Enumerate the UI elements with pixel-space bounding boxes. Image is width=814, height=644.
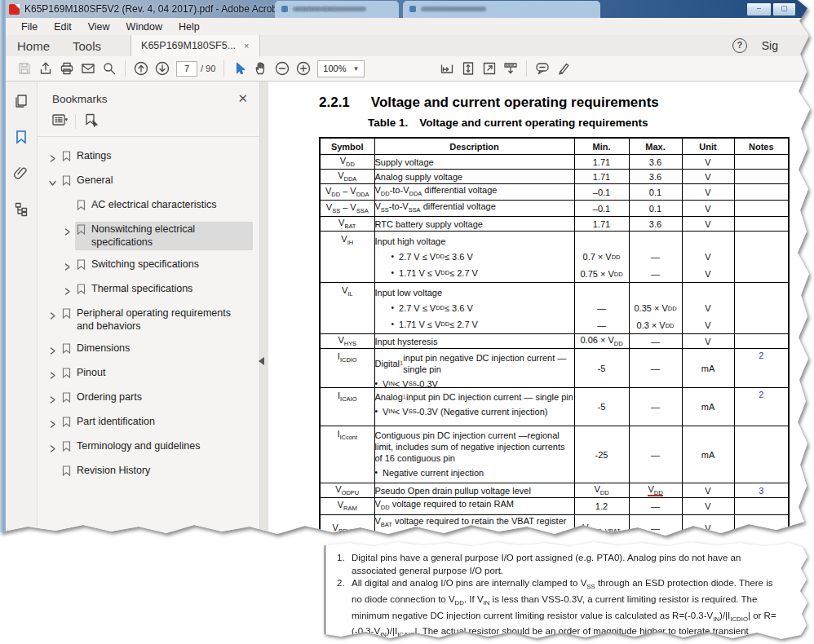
help-icon[interactable]: ? — [732, 38, 747, 53]
bookmark-item[interactable]: Part identification — [38, 411, 259, 435]
fit-width-button[interactable] — [436, 59, 458, 78]
bookmark-item[interactable]: Revision History — [38, 460, 259, 484]
bookmark-item[interactable]: Pinout — [38, 362, 259, 386]
chevron-right-icon[interactable] — [64, 222, 75, 239]
comment-tool-button[interactable] — [532, 59, 553, 78]
cell-unit: V — [682, 155, 734, 170]
hand-tool-button[interactable] — [250, 59, 272, 78]
chevron-right-icon[interactable] — [49, 365, 60, 382]
cell-min: VDD — [574, 483, 629, 498]
chevron-right-icon[interactable] — [49, 173, 60, 190]
page-thumbnails-icon[interactable] — [13, 93, 29, 112]
cell-description: Pseudo Open drain pullup voltage level — [374, 483, 574, 498]
full-screen-button[interactable] — [479, 59, 500, 78]
page-number-input[interactable]: 7 — [176, 61, 197, 77]
maximize-button[interactable]: ▢ — [772, 2, 796, 16]
cell-notes — [734, 334, 789, 349]
cell-description: VBAT voltage required to retain the VBAT… — [374, 514, 574, 543]
cell-notes — [734, 201, 789, 217]
red-underline-annotation: VDD — [648, 484, 662, 496]
share-button[interactable] — [35, 59, 56, 78]
bookmark-hl: Switching specifications — [75, 257, 203, 275]
footnote-link[interactable]: 3 — [759, 486, 763, 496]
menu-help[interactable]: Help — [171, 20, 207, 34]
attachments-icon[interactable] — [13, 165, 29, 184]
footnotes-block: 1.Digital pins have a general purpose I/… — [325, 540, 809, 643]
bookmark-item[interactable]: Thermal specifications — [38, 278, 259, 302]
sign-in-link[interactable]: Sig — [762, 39, 778, 52]
cell-min: -5 — [574, 388, 629, 426]
footnote-number: 1. — [337, 552, 352, 577]
chevron-right-icon[interactable] — [49, 414, 60, 431]
tab-tools[interactable]: Tools — [61, 39, 113, 53]
bookmark-hl: Ordering parts — [60, 390, 146, 408]
model-tree-icon[interactable] — [13, 201, 29, 220]
menu-view[interactable]: View — [81, 20, 117, 34]
cell-description: Contiguous pin DC injection current —reg… — [374, 426, 574, 483]
close-panel-icon[interactable]: ✕ — [237, 91, 248, 106]
bookmark-item[interactable]: Nonswitching electrical specifications — [38, 218, 259, 254]
table-header-row: SymbolDescriptionMin.Max.UnitNotes — [320, 138, 789, 155]
chevron-right-icon[interactable] — [64, 257, 75, 274]
cell-max: — — [629, 514, 682, 543]
footnote-link[interactable]: 2 — [759, 390, 763, 399]
chevron-right-icon[interactable] — [49, 439, 60, 456]
chevron-right-icon[interactable] — [49, 148, 60, 165]
column-header: Unit — [682, 138, 734, 155]
previous-page-button[interactable] — [131, 59, 152, 78]
chevron-right-icon[interactable] — [49, 306, 60, 323]
cell-min: -25 — [574, 426, 629, 483]
zoom-in-button[interactable] — [293, 59, 314, 78]
highlight-tool-button[interactable] — [553, 59, 574, 78]
bookmarks-icon[interactable] — [13, 129, 29, 148]
cell-description: Input low voltage•2.7 V ≤ VDD ≤ 3.6 V•1.… — [374, 283, 574, 334]
bookmark-item[interactable]: Switching specifications — [38, 254, 259, 278]
bookmark-item[interactable]: General — [38, 170, 259, 194]
menu-window[interactable]: Window — [119, 20, 170, 34]
collapse-panel-arrow[interactable] — [259, 357, 264, 365]
chevron-right-icon[interactable] — [49, 390, 60, 407]
bookmarks-panel: Bookmarks ✕ RatingsGeneralAC electrical … — [38, 82, 260, 540]
save-button[interactable] — [14, 59, 35, 78]
close-tab-icon[interactable]: × — [244, 41, 249, 51]
menu-edit[interactable]: Edit — [46, 20, 79, 34]
title-bar[interactable]: K65P169M180SF5V2 (Rev. 4, 04 2017).pdf -… — [6, 0, 814, 18]
bookmark-item[interactable]: Peripheral operating requirements and be… — [38, 302, 259, 337]
cell-symbol: VODPU — [320, 483, 374, 498]
bookmark-item[interactable]: Ordering parts — [38, 386, 259, 411]
cell-symbol: VDD – VDDA — [320, 184, 374, 201]
zoom-level-select[interactable]: 100% ▼ — [317, 60, 365, 77]
cell-notes — [734, 514, 789, 543]
cell-max: 0.1 — [629, 201, 682, 217]
cell-max: — — [629, 334, 682, 349]
cell-symbol: VBAT — [320, 217, 374, 232]
minimize-button[interactable]: – — [746, 2, 772, 16]
print-button[interactable] — [56, 59, 77, 78]
tab-document[interactable]: K65P169M180SF5... × — [131, 35, 259, 56]
go-to-bookmark-icon[interactable] — [82, 112, 100, 130]
bookmark-item[interactable]: Ratings — [38, 145, 259, 170]
bookmark-hl: Dimensions — [60, 341, 134, 359]
table-row: VIHInput high voltage•2.7 V ≤ VDD ≤ 3.6 … — [320, 232, 789, 283]
cell-description: VDD voltage required to retain RAM — [374, 498, 574, 514]
zoom-out-button[interactable] — [272, 59, 293, 78]
table-row: IICAIOAnalog1 input pin DC injection cur… — [320, 388, 789, 426]
cell-min: —— — [574, 283, 629, 334]
cell-symbol: IICDIO — [320, 349, 374, 388]
hide-toolbar-button[interactable] — [500, 59, 521, 78]
footnote-link[interactable]: 2 — [759, 351, 763, 360]
cell-symbol: IICAIO — [320, 388, 374, 426]
tab-home[interactable]: Home — [6, 39, 61, 53]
fit-page-button[interactable] — [458, 59, 479, 78]
next-page-button[interactable] — [152, 59, 173, 78]
bookmark-item[interactable]: Dimensions — [38, 337, 259, 362]
bookmark-item[interactable]: AC electrical characteristics — [38, 194, 259, 218]
chevron-right-icon[interactable] — [64, 281, 75, 298]
search-icon[interactable] — [99, 59, 120, 78]
bookmark-item[interactable]: Terminology and guidelines — [38, 435, 259, 460]
menu-file[interactable]: File — [14, 20, 45, 34]
select-tool-button[interactable] — [229, 59, 250, 78]
email-button[interactable] — [77, 59, 99, 78]
bookmark-options-icon[interactable] — [51, 112, 69, 130]
chevron-right-icon[interactable] — [49, 341, 60, 358]
